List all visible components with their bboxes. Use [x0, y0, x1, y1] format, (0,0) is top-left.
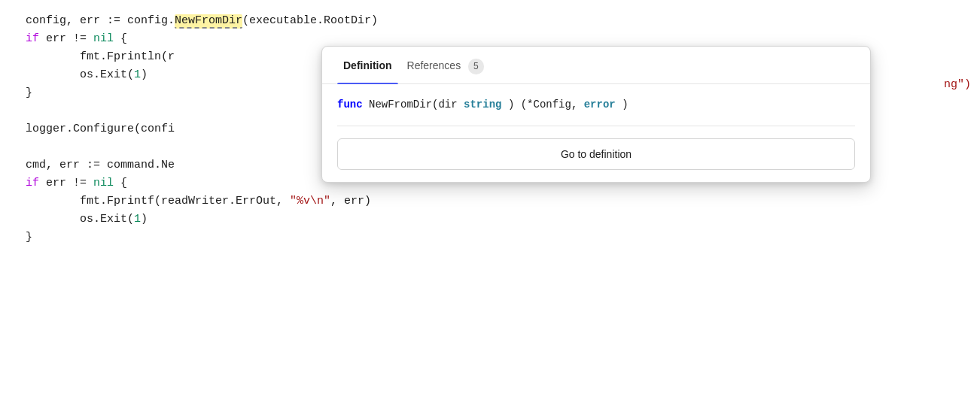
sig-func-name: NewFromDir(dir: [369, 98, 464, 111]
goto-definition-button[interactable]: Go to definition: [337, 138, 855, 170]
references-badge: 5: [468, 59, 484, 74]
tab-references[interactable]: References 5: [401, 47, 490, 83]
sig-return-type: error: [584, 98, 616, 111]
code-editor: config, err := config.NewFromDir(executa…: [0, 0, 980, 403]
code-line-12: os.Exit(1): [26, 211, 962, 229]
sig-returns: ) (*Config,: [508, 98, 584, 111]
tab-definition[interactable]: Definition: [337, 47, 398, 83]
code-line-11: fmt.Fprintf(readWriter.ErrOut, "%v\n", e…: [26, 192, 962, 211]
popup-body: func NewFromDir(dir string ) (*Config, e…: [322, 84, 870, 181]
clipped-string-right: ng"): [944, 76, 971, 94]
code-line-13: }: [26, 229, 962, 247]
popup-tabs: Definition References 5: [322, 47, 870, 84]
definition-popup: Definition References 5 func NewFromDir(…: [321, 46, 871, 183]
tab-definition-label: Definition: [343, 59, 392, 71]
sig-close: ): [622, 98, 628, 111]
sig-param-type: string: [464, 98, 501, 111]
highlighted-function[interactable]: NewFromDir: [175, 14, 242, 29]
tab-references-label: References: [407, 59, 461, 71]
code-line-1: config, err := config.NewFromDir(executa…: [26, 12, 962, 30]
sig-func-keyword: func: [337, 98, 363, 111]
function-signature: func NewFromDir(dir string ) (*Config, e…: [337, 96, 855, 126]
